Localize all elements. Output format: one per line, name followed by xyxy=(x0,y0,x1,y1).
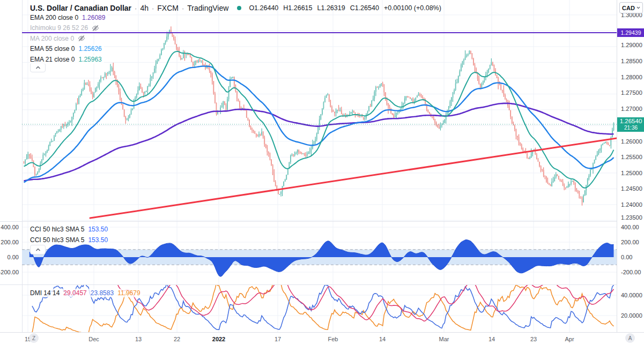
change-value: +0.00100 (+0.08%) xyxy=(384,4,441,12)
legend-item-label: EMA 55 close 0 xyxy=(30,45,75,52)
corner-a-button[interactable]: A xyxy=(625,333,635,343)
cci-axis-label: -200.00 xyxy=(621,269,641,275)
last-price-badge: 1.26540 21:36 xyxy=(617,117,644,132)
open-value: O1.26440 xyxy=(249,4,278,12)
low-value: L1.26319 xyxy=(317,4,345,12)
time-axis-label: 14 xyxy=(488,333,495,345)
dmi-label: DMI 14 14 xyxy=(30,289,60,297)
dmi-axis-label: 40.0000 xyxy=(621,292,642,298)
symbol-title[interactable]: U.S. Dollar / Canadian Dollar xyxy=(30,4,131,12)
down-candle-bodies xyxy=(24,30,610,202)
time-axis-label: Feb xyxy=(328,333,338,345)
ohlc-values: O1.26440 H1.26615 L1.26319 C1.26540 +0.0… xyxy=(249,4,441,12)
corner-a-button-label: A xyxy=(628,335,632,341)
legend-item-label: MA 200 close 0 xyxy=(30,35,74,42)
cci-left-axis-label: -200.00 xyxy=(0,269,19,275)
exchange-label: FXCM xyxy=(157,4,179,12)
ema-200-line[interactable] xyxy=(24,103,614,181)
cci-left-axis-label: 400.00 xyxy=(1,224,19,230)
legend-collapse-button[interactable] xyxy=(30,63,46,72)
legend-item-value: 1.26089 xyxy=(82,14,105,21)
time-axis-label: 13 xyxy=(135,333,142,345)
pane-separator[interactable] xyxy=(0,221,644,222)
symbol-header: U.S. Dollar / Canadian Dollar · 4h · FXC… xyxy=(30,3,441,13)
legend-item-value: 1.25626 xyxy=(78,45,101,52)
interval-label[interactable]: 4h xyxy=(140,4,149,12)
level-price-badge: 1.29439 xyxy=(617,28,644,37)
legend-item-label: Ichimoku 9 26 52 26 xyxy=(30,24,88,32)
eye-off-icon[interactable] xyxy=(78,35,85,42)
dmi-value: 29.0457 xyxy=(63,289,86,297)
cci-legend-label: CCI 50 hlc3 SMA 5 xyxy=(30,236,84,244)
price-axis-label: 1.25000 xyxy=(621,170,642,176)
brand-label: TradingView xyxy=(187,4,228,12)
eye-off-icon-wrap[interactable] xyxy=(92,25,99,32)
time-axis-label: Apr xyxy=(565,333,574,345)
price-scale[interactable]: CAD 1.29439 1.26540 21:36 1.300001.29000… xyxy=(617,0,644,332)
cci-axis-label: 400.00 xyxy=(621,224,639,230)
price-axis-label: 1.28500 xyxy=(621,58,642,64)
timezone-button-label: Z xyxy=(32,335,35,341)
time-scale[interactable]: 15Dec1322202217Feb14Mar1423Apr xyxy=(0,332,644,345)
cci-collapse-button[interactable] xyxy=(30,245,46,254)
time-axis-label: Dec xyxy=(88,333,99,345)
high-value: H1.26615 xyxy=(283,4,312,12)
currency-label: CAD xyxy=(622,5,635,11)
legend-item-value: 1.25963 xyxy=(78,56,101,63)
dot-separator: · xyxy=(135,4,137,12)
cci-legend-row[interactable]: CCI 50 hlc3 SMA 5153.50 xyxy=(30,225,110,234)
legend-item-ma-200-close-0[interactable]: MA 200 close 0 xyxy=(30,34,87,43)
pane-separator[interactable] xyxy=(0,284,644,285)
eye-off-icon-wrap[interactable] xyxy=(78,35,85,42)
cci-legend-value: 153.50 xyxy=(88,236,108,244)
cci-legend-label: CCI 50 hlc3 SMA 5 xyxy=(30,226,84,233)
currency-dropdown[interactable]: CAD xyxy=(619,2,643,13)
time-axis-label: 14 xyxy=(379,333,386,345)
time-axis-label: Mar xyxy=(439,333,449,345)
cci-legend-value: 153.50 xyxy=(88,226,108,233)
price-axis-label: 1.24000 xyxy=(621,201,642,208)
timezone-button[interactable]: Z xyxy=(29,333,39,343)
time-axis-label: 23 xyxy=(530,333,537,345)
legend-item-ichimoku-9-26-52-26[interactable]: Ichimoku 9 26 52 26 xyxy=(30,24,101,32)
dmi-legend[interactable]: DMI 14 14 29.045723.858311.9679 xyxy=(30,289,143,297)
trendline[interactable] xyxy=(90,138,617,218)
legend-item-ema-21-close-0[interactable]: EMA 21 close 01.25963 xyxy=(30,55,104,64)
time-axis-label: 17 xyxy=(275,333,281,345)
dmi-value: 23.8583 xyxy=(91,289,114,297)
cci-left-axis-label: 200.00 xyxy=(1,239,19,245)
dot-separator: · xyxy=(152,4,154,12)
main-pane xyxy=(22,26,617,218)
time-axis-label: 2022 xyxy=(212,333,225,345)
legend-item-ema-200-close-0[interactable]: EMA 200 close 01.26089 xyxy=(30,13,107,22)
cci-left-scale[interactable]: 400.00200.000.00-200.00 xyxy=(0,0,20,332)
price-axis-label: 1.24500 xyxy=(621,185,642,192)
price-axis-label: 1.27500 xyxy=(621,89,642,96)
up-candle-wicks xyxy=(25,29,613,202)
price-axis-label: 1.29000 xyxy=(621,42,642,48)
legend-item-label: EMA 200 close 0 xyxy=(30,14,78,21)
legend-item-ema-55-close-0[interactable]: EMA 55 close 01.25626 xyxy=(30,44,104,53)
cci-axis-label: 200.00 xyxy=(621,239,639,245)
dmi-value: 11.9679 xyxy=(117,289,140,297)
close-value: C1.26540 xyxy=(350,4,379,12)
cci-pane xyxy=(22,240,617,277)
level-price-value: 1.29439 xyxy=(621,29,641,36)
chevron-up-icon xyxy=(35,248,41,252)
price-axis-label: 1.27000 xyxy=(621,106,642,112)
cci-legend-row[interactable]: CCI 50 hlc3 SMA 5153.50 xyxy=(30,236,110,244)
ema-21-line[interactable] xyxy=(24,51,614,188)
price-axis-label: 1.26000 xyxy=(621,138,642,145)
dmi-axis-label: 20.0000 xyxy=(621,312,642,319)
price-axis-label: 1.25500 xyxy=(621,154,642,160)
bar-countdown: 21:36 xyxy=(617,125,644,131)
market-status-dot[interactable] xyxy=(237,6,241,10)
tradingview-chart-window: U.S. Dollar / Canadian Dollar · 4h · FXC… xyxy=(0,0,644,345)
cci-axis-label: 0.00 xyxy=(621,254,632,260)
dot-separator: · xyxy=(182,4,184,12)
time-axis-label: 22 xyxy=(174,333,180,345)
chevron-down-icon xyxy=(636,6,640,9)
cci-left-axis-label: 0.00 xyxy=(8,254,19,260)
eye-off-icon[interactable] xyxy=(92,25,99,32)
price-axis-label: 1.23500 xyxy=(621,214,642,221)
